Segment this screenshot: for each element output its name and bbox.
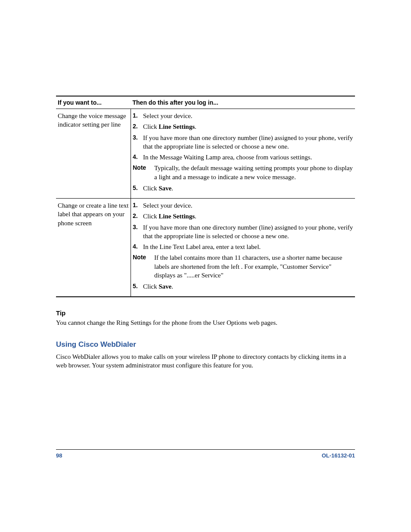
step-number: 5.: [133, 184, 143, 193]
note: Note If the label contains more than 11 …: [133, 253, 353, 280]
page-footer: 98 OL-16132-01: [56, 449, 355, 459]
step-number: 4.: [133, 243, 143, 251]
step-text: Click Line Settings.: [143, 212, 353, 221]
step-number: 1.: [133, 112, 143, 120]
row-steps-cell: 1.Select your device. 2.Click Line Setti…: [131, 199, 355, 297]
row-goal: Change or create a line text label that …: [56, 199, 131, 297]
row-steps-cell: 1.Select your device. 2.Click Line Setti…: [131, 109, 355, 199]
note-text: Typically, the default message waiting s…: [154, 164, 353, 181]
section-body: Cisco WebDialer allows you to make calls…: [56, 352, 355, 370]
note-label: Note: [133, 253, 154, 280]
col-header-left: If you want to...: [56, 96, 131, 109]
step-number: 4.: [133, 153, 143, 162]
step-text: Select your device.: [143, 112, 353, 120]
step-text: Select your device.: [143, 201, 353, 210]
note-label: Note: [133, 164, 154, 181]
row-goal: Change the voice message indicator setti…: [56, 109, 131, 199]
step-number: 2.: [133, 212, 143, 221]
step-number: 5.: [133, 282, 143, 291]
step-text: If you have more than one directory numb…: [143, 223, 353, 241]
step-text: In the Line Text Label area, enter a tex…: [143, 243, 353, 251]
tip-body: You cannot change the Ring Settings for …: [56, 318, 355, 327]
step-number: 2.: [133, 122, 143, 131]
table-row: Change the voice message indicator setti…: [56, 109, 355, 199]
step-number: 3.: [133, 134, 143, 151]
step-text: If you have more than one directory numb…: [143, 134, 353, 151]
step-number: 1.: [133, 201, 143, 210]
table-row: Change or create a line text label that …: [56, 199, 355, 297]
step-text: Click Save.: [143, 282, 353, 291]
note: Note Typically, the default message wait…: [133, 164, 353, 181]
step-number: 3.: [133, 223, 143, 241]
page-number: 98: [56, 452, 62, 459]
note-text: If the label contains more than 11 chara…: [154, 253, 353, 280]
page: If you want to... Then do this after you…: [0, 0, 411, 532]
section-heading: Using Cisco WebDialer: [56, 340, 355, 349]
step-text: Click Save.: [143, 184, 353, 193]
tip-heading: Tip: [56, 309, 355, 317]
col-header-right: Then do this after you log in...: [131, 96, 355, 109]
instruction-table: If you want to... Then do this after you…: [56, 96, 355, 297]
doc-id: OL-16132-01: [322, 452, 355, 459]
step-text: Click Line Settings.: [143, 122, 353, 131]
step-text: In the Message Waiting Lamp area, choose…: [143, 153, 353, 162]
